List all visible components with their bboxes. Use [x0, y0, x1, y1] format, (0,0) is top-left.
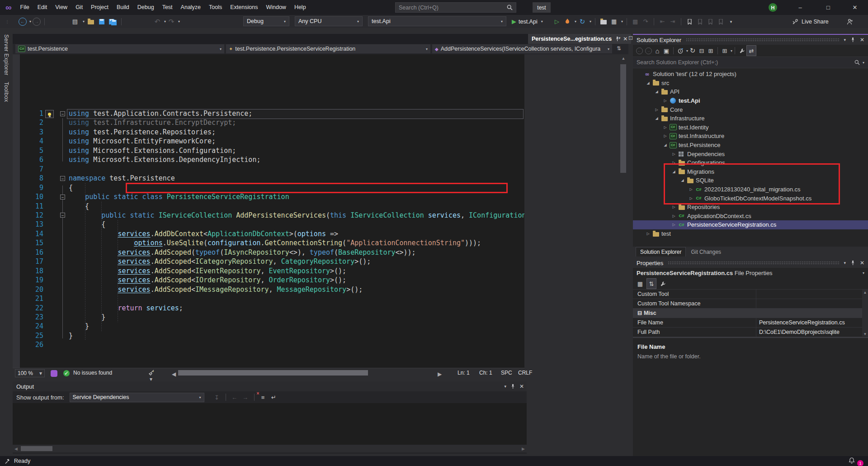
menu-item-debug[interactable]: Debug: [133, 0, 158, 15]
code-line-6[interactable]: using Microsoft.Extensions.DependencyInj…: [69, 155, 260, 164]
property-row[interactable]: Custom Tool: [633, 290, 868, 299]
navigate-forward-icon[interactable]: →: [32, 17, 41, 27]
pin-icon[interactable]: [850, 37, 855, 43]
toggle-bookmark-icon[interactable]: [685, 17, 694, 27]
member-dropdown[interactable]: ◆AddPersistenceServices(IServiceCollecti…: [432, 44, 612, 53]
show-threads-icon[interactable]: ▩: [631, 17, 640, 27]
tree-item[interactable]: ▷C#test.Infrastructure: [633, 132, 868, 141]
redo-dropdown-icon[interactable]: ▾: [178, 19, 180, 24]
goto-message-icon[interactable]: ↧: [212, 392, 222, 402]
window-position-dropdown-icon[interactable]: ▾: [504, 384, 506, 389]
close-tab-icon[interactable]: ✕: [623, 36, 627, 42]
chevron-collapsed-icon[interactable]: ▷: [670, 223, 678, 227]
scrollbar-thumb[interactable]: [21, 446, 52, 451]
refresh-icon[interactable]: ↻: [688, 46, 697, 56]
menu-item-git[interactable]: Git: [71, 0, 87, 15]
code-line-10[interactable]: public static class PersistenceServiceRe…: [69, 192, 289, 201]
server-explorer-tab[interactable]: Server Explorer: [3, 34, 9, 76]
show-all-files-dropdown-icon[interactable]: ▾: [731, 49, 732, 53]
menu-item-build[interactable]: Build: [113, 0, 133, 15]
tree-item[interactable]: ▷C#test.Identity: [633, 123, 868, 132]
navigate-backward-dropdown-icon[interactable]: ▾: [29, 19, 31, 24]
feedback-button[interactable]: [846, 15, 853, 28]
code-line-15[interactable]: options.UseSqlite(configuration.GetConne…: [69, 238, 481, 247]
tree-item[interactable]: ◢API: [633, 87, 868, 96]
pin-icon[interactable]: [850, 260, 855, 266]
step-over-icon[interactable]: ↷: [641, 17, 650, 27]
back-icon[interactable]: ←: [635, 46, 644, 56]
start-debugging-button[interactable]: ▶ test.Api ▾: [512, 15, 543, 28]
tree-item[interactable]: ▷C#PersistenceServiceRegistration.cs: [633, 220, 868, 229]
previous-bookmark-icon[interactable]: [695, 17, 704, 27]
chevron-collapsed-icon[interactable]: ▷: [661, 134, 669, 138]
menu-item-view[interactable]: View: [51, 0, 71, 15]
next-bookmark-icon[interactable]: [706, 17, 715, 27]
collapse-all-icon[interactable]: ⊟: [697, 46, 706, 56]
settings-wrench-icon[interactable]: [737, 46, 746, 56]
project-dropdown[interactable]: C#test.Persistence ▾: [15, 44, 224, 53]
panel-tab-solution-explorer[interactable]: Solution Explorer: [636, 247, 686, 257]
code-line-5[interactable]: using Microsoft.Extensions.Configuration…: [69, 146, 236, 155]
chevron-collapsed-icon[interactable]: ▷: [661, 125, 669, 129]
menu-item-project[interactable]: Project: [87, 0, 113, 15]
output-horizontal-scrollbar[interactable]: ◀ ▶: [13, 445, 527, 452]
split-window-icon[interactable]: ⇅: [617, 45, 621, 52]
tree-item[interactable]: ∞Solution 'test' (12 of 12 projects): [633, 70, 868, 79]
code-line-3[interactable]: using test.Persistence.Repositories;: [69, 128, 216, 137]
solution-explorer-header[interactable]: Solution Explorer ▾ ✕: [633, 35, 868, 45]
window-position-dropdown-icon[interactable]: ▾: [844, 38, 846, 42]
property-value[interactable]: [756, 299, 868, 308]
quick-search-box[interactable]: Search (Ctrl+Q): [395, 2, 516, 13]
solution-configuration-dropdown[interactable]: Debug▾: [243, 16, 289, 26]
tree-item[interactable]: ◢C#test.Persistence: [633, 141, 868, 150]
forward-icon[interactable]: →: [644, 46, 653, 56]
document-well-options-icon[interactable]: ⊡: [628, 35, 633, 41]
redo-icon[interactable]: ↷: [167, 17, 176, 27]
close-panel-icon[interactable]: ✕: [519, 383, 524, 390]
scroll-up-icon[interactable]: ▲: [618, 56, 628, 61]
code-line-23[interactable]: }: [69, 313, 105, 322]
notifications-button[interactable]: 1: [848, 457, 862, 465]
menu-item-file[interactable]: File: [16, 0, 33, 15]
chevron-expanded-icon[interactable]: ◢: [644, 81, 652, 85]
editor-vertical-scrollbar[interactable]: ▲: [618, 54, 628, 368]
code-line-13[interactable]: {: [69, 220, 105, 229]
tree-item[interactable]: ▷Dependencies: [633, 149, 868, 158]
previous-message-icon[interactable]: ←: [230, 392, 239, 402]
live-share-button[interactable]: Live Share: [792, 15, 829, 28]
code-cleanup-icon[interactable]: ▾: [148, 370, 155, 382]
hot-reload-icon[interactable]: [563, 17, 572, 27]
horizontal-scrollbar-thumb[interactable]: [178, 370, 368, 376]
chevron-expanded-icon[interactable]: ◢: [653, 116, 660, 120]
undo-dropdown-icon[interactable]: ▾: [164, 19, 166, 24]
property-category[interactable]: ⊟ Misc: [633, 309, 868, 318]
property-row[interactable]: File NamePersistenceServiceRegistration.…: [633, 318, 868, 328]
menu-item-help[interactable]: Help: [290, 0, 310, 15]
tree-item[interactable]: ◢Infrastructure: [633, 114, 868, 123]
alphabetical-view-icon[interactable]: ⇅: [646, 278, 656, 289]
code-line-1[interactable]: using test.Application.Contracts.Persist…: [69, 109, 252, 118]
breakpoint-margin[interactable]: [13, 54, 20, 368]
scrollbar-thumb[interactable]: [620, 64, 626, 173]
lightbulb-quick-actions-icon[interactable]: [45, 110, 54, 118]
maximize-button[interactable]: □: [818, 0, 839, 15]
chevron-collapsed-icon[interactable]: ▷: [670, 205, 678, 209]
property-row[interactable]: Full PathD:\CoE1\DemoDBprojects\sqlite: [633, 328, 868, 337]
pin-icon[interactable]: [510, 384, 515, 389]
menu-item-test[interactable]: Test: [158, 0, 177, 15]
start-without-debugging-icon[interactable]: ▷: [552, 17, 561, 27]
window-layout-icon[interactable]: ▦: [609, 17, 618, 27]
pending-changes-filter-icon[interactable]: [676, 46, 685, 56]
hot-reload-dropdown-icon[interactable]: ▾: [575, 19, 576, 24]
code-line-18[interactable]: services.AddScoped<IEventRepository, Eve…: [69, 266, 346, 276]
selected-object-dropdown[interactable]: PersistenceServiceRegistration.cs File P…: [633, 268, 868, 278]
scroll-left-icon[interactable]: ◀: [172, 371, 176, 377]
menu-item-analyze[interactable]: Analyze: [177, 0, 205, 15]
code-line-20[interactable]: services.AddScoped<IMessageRepository, M…: [69, 285, 363, 294]
find-in-files-icon[interactable]: [599, 17, 608, 27]
chevron-expanded-icon[interactable]: ◢: [661, 143, 669, 147]
toolbar-overflow-icon[interactable]: ▾: [726, 17, 736, 27]
home-icon[interactable]: ⌂: [653, 46, 662, 56]
code-line-19[interactable]: services.AddScoped<IOrderRepository, Ord…: [69, 276, 346, 285]
word-wrap-icon[interactable]: ↵: [269, 392, 278, 402]
